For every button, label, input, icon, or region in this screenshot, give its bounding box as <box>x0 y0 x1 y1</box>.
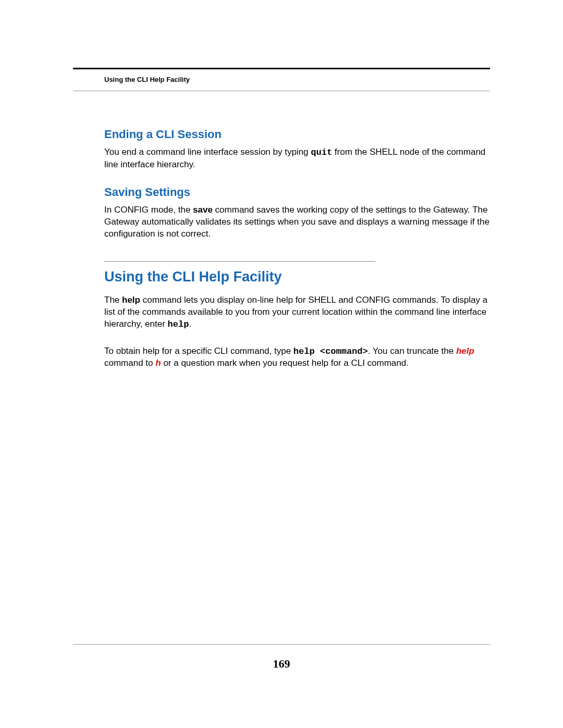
page: Using the CLI Help Facility Ending a CLI… <box>0 0 563 728</box>
code-help-command: help <command> <box>293 347 368 356</box>
bold-save: save <box>193 205 213 215</box>
text: . You can truncate the <box>368 346 456 356</box>
text: You end a command line interface session… <box>104 147 311 157</box>
section-rule <box>104 261 375 262</box>
text: The <box>104 295 122 305</box>
content-area: Ending a CLI Session You end a command l… <box>73 91 490 369</box>
para-help-facility-2: To obtain help for a specific CLI comman… <box>104 346 490 370</box>
footer: 169 <box>73 644 490 671</box>
bold-help: help <box>122 295 140 305</box>
heading-saving-settings: Saving Settings <box>104 186 490 199</box>
top-rule <box>73 68 490 69</box>
para-help-facility-1: The help command lets you display on-lin… <box>104 294 490 331</box>
text: command to <box>104 358 155 368</box>
para-saving-settings: In CONFIG mode, the save command saves t… <box>104 204 490 240</box>
text: In CONFIG mode, the <box>104 205 193 215</box>
text: command lets you display on-line help fo… <box>104 295 487 329</box>
emphasis-h: h <box>155 358 161 368</box>
heading-using-cli-help-facility: Using the CLI Help Facility <box>104 269 490 285</box>
text: To obtain help for a specific CLI comman… <box>104 346 293 356</box>
para-ending-cli-session: You end a command line interface session… <box>104 146 490 171</box>
text: . <box>189 319 191 329</box>
bottom-rule <box>73 644 490 645</box>
heading-ending-cli-session: Ending a CLI Session <box>104 128 490 141</box>
page-number: 169 <box>73 657 490 671</box>
text: or a question mark when you request help… <box>161 358 409 368</box>
code-help: help <box>168 319 189 329</box>
running-header: Using the CLI Help Facility <box>73 76 490 91</box>
emphasis-help: help <box>456 346 474 356</box>
code-quit: quit <box>311 147 332 157</box>
